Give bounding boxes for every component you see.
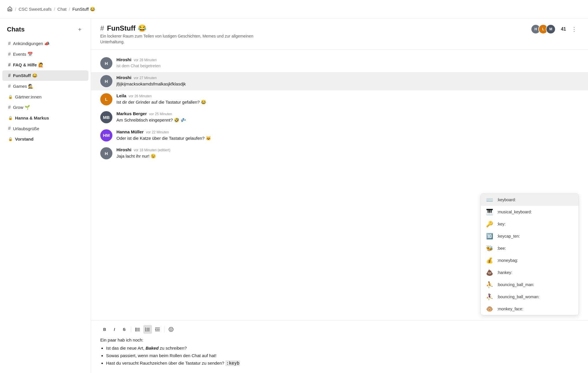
- emoji-code: :keycap_ten:: [497, 234, 520, 238]
- avatar: H: [100, 75, 112, 87]
- message-text: jfjijkijmacksokamdsfmalkasjkfklasdjk: [116, 81, 579, 87]
- emoji-suggestion-item[interactable]: 🐵:monkey_face:: [481, 303, 578, 315]
- message-msg5: HMHanna Müllervor 22 MinutenOder ist die…: [91, 126, 588, 145]
- emoji-icon: 💩: [485, 269, 494, 276]
- sidebar-item-label: Events 📅: [13, 52, 33, 57]
- avatar: L: [100, 93, 112, 105]
- bold-button[interactable]: B: [100, 325, 109, 334]
- message-meta: Hiroshivor 28 Minuten: [116, 57, 579, 62]
- emoji-icon: 🐝: [485, 245, 494, 252]
- editor-content[interactable]: Ein paar hab ich noch: Ist das die neue …: [100, 337, 579, 367]
- emoji-suggestion-item[interactable]: 🔑:key:: [481, 218, 578, 230]
- sidebar-item-label: Grow 🌱: [13, 105, 30, 110]
- sidebar-item-faq-hilfe[interactable]: #FAQ & Hilfe 🙋: [2, 60, 88, 70]
- sidebar-item-label: Hanna & Markus: [15, 115, 49, 120]
- emoji-icon: ⌨️: [485, 196, 494, 203]
- emoji-suggestion-item[interactable]: ⛹️‍♀️:bouncing_ball_woman:: [481, 291, 578, 303]
- lock-icon: 🔒: [8, 95, 13, 99]
- ordered-list-button[interactable]: 1. 2. 3.: [143, 325, 152, 334]
- sidebar-item-gaertner[interactable]: 🔒Gärtner:innen: [2, 92, 88, 102]
- emoji-suggestion-item[interactable]: ⌨️:keyboard:: [481, 194, 578, 206]
- message-text: Oder ist die Katze über die Tastatur gel…: [116, 135, 579, 142]
- emoji-button[interactable]: [167, 325, 175, 334]
- avatar: M: [546, 24, 556, 34]
- emoji-suggestion-item[interactable]: 💰:moneybag:: [481, 254, 578, 266]
- indent-button[interactable]: [153, 325, 162, 334]
- chat-more-button[interactable]: ⋮: [570, 25, 579, 34]
- emoji-suggestion-item[interactable]: 🔟:keycap_ten:: [481, 230, 578, 242]
- message-time: vor 26 Minuten: [129, 94, 151, 98]
- sidebar-item-funstuff[interactable]: #FunStuff 😂: [2, 70, 88, 81]
- channel-hash: #: [8, 62, 11, 68]
- bullet-list-button[interactable]: [133, 325, 142, 334]
- sidebar-item-games[interactable]: #Games 🕵️: [2, 81, 88, 92]
- emoji-suggestion-item[interactable]: 🐝:bee:: [481, 242, 578, 254]
- message-meta: Leilavor 26 Minuten: [116, 93, 579, 98]
- message-body: Hiroshivor 28 Minutenist dem Chat beiget…: [116, 57, 579, 69]
- message-time: vor 18 Minuten (editiert): [134, 148, 170, 152]
- message-body: Leilavor 26 MinutenIst dir der Grinder a…: [116, 93, 579, 106]
- message-meta: Hiroshivor 18 Minuten (editiert): [116, 147, 579, 152]
- emoji-code: :bouncing_ball_man:: [497, 282, 534, 287]
- message-text: Ist dir der Grinder auf die Tastatur gef…: [116, 99, 579, 106]
- editor-emoji-trigger: :keyb: [225, 360, 240, 366]
- chat-hash: #: [100, 24, 104, 32]
- sidebar-item-label: Vorstand: [15, 137, 34, 141]
- sidebar-item-label: Gärtner:innen: [15, 94, 42, 99]
- emoji-code: :musical_keyboard:: [497, 210, 532, 214]
- message-body: Hanna Müllervor 22 MinutenOder ist die K…: [116, 129, 579, 142]
- sidebar-item-ankuendigungen[interactable]: #Ankündigungen 📣: [2, 38, 88, 49]
- message-msg4: MBMarkus Bergervor 25 MinutenAm Schreibt…: [91, 108, 588, 126]
- emoji-code: :hankey:: [497, 270, 512, 275]
- emoji-dropdown: ⌨️:keyboard:🎹:musical_keyboard:🔑:key:🔟:k…: [481, 193, 579, 315]
- message-time: vor 27 Minuten: [134, 76, 157, 80]
- message-author: Hiroshi: [116, 75, 131, 80]
- strikethrough-button[interactable]: S: [120, 325, 129, 334]
- svg-point-16: [170, 329, 171, 329]
- message-meta: Hanna Müllervor 22 Minuten: [116, 129, 579, 134]
- breadcrumb-org[interactable]: CSC SweetLeafs: [18, 7, 51, 12]
- message-text: ist dem Chat beigetreten: [116, 63, 579, 69]
- sidebar-items: #Ankündigungen 📣#Events 📅#FAQ & Hilfe 🙋#…: [0, 38, 91, 373]
- member-avatars: H L M: [531, 24, 556, 34]
- sidebar-item-label: Urlaubsgrüße: [13, 126, 39, 131]
- add-chat-button[interactable]: +: [76, 25, 84, 33]
- emoji-icon: 🐵: [485, 305, 494, 312]
- sidebar-item-events[interactable]: #Events 📅: [2, 49, 88, 59]
- sidebar-item-urlaubsgruesse[interactable]: #Urlaubsgrüße: [2, 123, 88, 134]
- svg-point-2: [136, 329, 136, 330]
- chat-area: # FunStuff 😂 Ein lockerer Raum zum Teile…: [91, 18, 588, 373]
- sidebar-item-vorstand[interactable]: 🔒Vorstand: [2, 134, 88, 144]
- message-msg6: HHiroshivor 18 Minuten (editiert)Jaja la…: [91, 144, 588, 163]
- italic-button[interactable]: I: [110, 325, 119, 334]
- svg-point-0: [136, 328, 136, 329]
- svg-text:3.: 3.: [145, 330, 147, 332]
- message-time: vor 22 Minuten: [146, 130, 169, 134]
- breadcrumb-current: FunStuff 😂: [72, 7, 95, 12]
- message-author: Hiroshi: [116, 57, 131, 62]
- toolbar-separator: [131, 327, 131, 332]
- avatar: H: [100, 147, 112, 159]
- sidebar: Chats + #Ankündigungen 📣#Events 📅#FAQ & …: [0, 18, 91, 373]
- home-icon[interactable]: [7, 6, 13, 12]
- emoji-suggestion-item[interactable]: 💩:hankey:: [481, 266, 578, 279]
- breadcrumb-sep1: /: [15, 7, 16, 12]
- sidebar-item-hanna-markus[interactable]: 🔒Hanna & Markus: [2, 113, 88, 123]
- emoji-code: :keyboard:: [497, 197, 516, 202]
- breadcrumb-chat[interactable]: Chat: [57, 7, 67, 12]
- sidebar-item-label: Ankündigungen 📣: [13, 41, 50, 46]
- svg-point-15: [169, 327, 173, 332]
- svg-point-4: [136, 331, 136, 331]
- chat-header-right: H L M 41 ⋮: [531, 24, 579, 34]
- editor-intro: Ein paar hab ich noch:: [100, 337, 579, 344]
- message-author: Hiroshi: [116, 147, 131, 152]
- message-body: Hiroshivor 18 Minuten (editiert)Jaja lac…: [116, 147, 579, 160]
- message-time: vor 28 Minuten: [134, 58, 157, 62]
- emoji-suggestion-item[interactable]: 🎹:musical_keyboard:: [481, 206, 578, 218]
- channel-hash: #: [8, 126, 11, 131]
- emoji-icon: 🔑: [485, 221, 494, 227]
- breadcrumb-sep2: /: [54, 7, 55, 12]
- sidebar-item-grow[interactable]: #Grow 🌱: [2, 102, 88, 113]
- emoji-suggestion-item[interactable]: ⛹️:bouncing_ball_man:: [481, 279, 578, 291]
- chat-header-left: # FunStuff 😂 Ein lockerer Raum zum Teile…: [100, 24, 531, 45]
